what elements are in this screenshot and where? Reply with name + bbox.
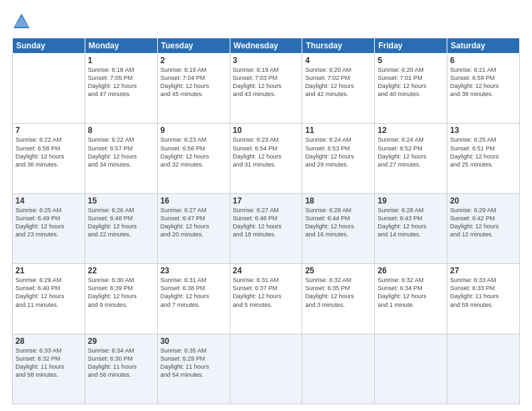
- calendar-day-8: 8Sunrise: 6:22 AM Sunset: 6:57 PM Daylig…: [85, 124, 157, 193]
- calendar-day-3: 3Sunrise: 6:19 AM Sunset: 7:03 PM Daylig…: [230, 54, 302, 124]
- day-info: Sunrise: 6:28 AM Sunset: 6:43 PM Dayligh…: [378, 206, 444, 239]
- day-info: Sunrise: 6:27 AM Sunset: 6:47 PM Dayligh…: [161, 206, 227, 239]
- calendar-day-6: 6Sunrise: 6:21 AM Sunset: 6:59 PM Daylig…: [447, 54, 520, 124]
- calendar-day-18: 18Sunrise: 6:28 AM Sunset: 6:44 PM Dayli…: [302, 193, 375, 263]
- day-number: 25: [305, 266, 371, 275]
- empty-cell: [302, 334, 375, 404]
- day-info: Sunrise: 6:20 AM Sunset: 7:01 PM Dayligh…: [378, 66, 444, 99]
- calendar-day-13: 13Sunrise: 6:25 AM Sunset: 6:51 PM Dayli…: [447, 124, 520, 193]
- day-number: 16: [161, 196, 227, 205]
- day-info: Sunrise: 6:19 AM Sunset: 7:04 PM Dayligh…: [161, 66, 227, 99]
- day-number: 14: [15, 196, 82, 205]
- day-info: Sunrise: 6:26 AM Sunset: 6:48 PM Dayligh…: [88, 206, 154, 239]
- page: SundayMondayTuesdayWednesdayThursdayFrid…: [0, 0, 532, 411]
- day-info: Sunrise: 6:22 AM Sunset: 6:57 PM Dayligh…: [88, 136, 154, 169]
- calendar-day-7: 7Sunrise: 6:22 AM Sunset: 6:58 PM Daylig…: [13, 124, 85, 193]
- calendar-day-16: 16Sunrise: 6:27 AM Sunset: 6:47 PM Dayli…: [157, 193, 230, 263]
- calendar-day-19: 19Sunrise: 6:28 AM Sunset: 6:43 PM Dayli…: [375, 193, 447, 263]
- day-info: Sunrise: 6:21 AM Sunset: 6:59 PM Dayligh…: [450, 66, 517, 99]
- day-number: 2: [161, 56, 227, 65]
- col-header-monday: Monday: [85, 38, 157, 54]
- calendar-week-4: 21Sunrise: 6:29 AM Sunset: 6:40 PM Dayli…: [13, 264, 520, 334]
- calendar-week-5: 28Sunrise: 6:33 AM Sunset: 6:32 PM Dayli…: [13, 334, 520, 404]
- day-number: 11: [305, 126, 371, 135]
- day-info: Sunrise: 6:20 AM Sunset: 7:02 PM Dayligh…: [305, 66, 371, 99]
- calendar-day-28: 28Sunrise: 6:33 AM Sunset: 6:32 PM Dayli…: [13, 334, 85, 404]
- day-number: 26: [378, 266, 444, 275]
- col-header-tuesday: Tuesday: [157, 38, 230, 54]
- day-info: Sunrise: 6:23 AM Sunset: 6:54 PM Dayligh…: [233, 136, 300, 169]
- day-info: Sunrise: 6:27 AM Sunset: 6:46 PM Dayligh…: [233, 206, 300, 239]
- day-number: 20: [450, 196, 517, 205]
- svg-marker-1: [15, 16, 28, 27]
- day-number: 21: [15, 266, 82, 275]
- day-info: Sunrise: 6:35 AM Sunset: 6:29 PM Dayligh…: [161, 347, 227, 379]
- day-number: 19: [378, 196, 444, 205]
- calendar-day-5: 5Sunrise: 6:20 AM Sunset: 7:01 PM Daylig…: [375, 54, 447, 124]
- day-number: 23: [161, 266, 227, 275]
- calendar-day-29: 29Sunrise: 6:34 AM Sunset: 6:30 PM Dayli…: [85, 334, 157, 404]
- day-number: 8: [88, 126, 154, 135]
- empty-cell: [230, 334, 302, 404]
- calendar-day-2: 2Sunrise: 6:19 AM Sunset: 7:04 PM Daylig…: [157, 54, 230, 124]
- day-number: 3: [233, 56, 300, 65]
- day-number: 29: [88, 336, 154, 346]
- day-info: Sunrise: 6:22 AM Sunset: 6:58 PM Dayligh…: [15, 136, 82, 169]
- day-number: 17: [233, 196, 300, 205]
- day-number: 4: [305, 56, 371, 65]
- calendar-day-30: 30Sunrise: 6:35 AM Sunset: 6:29 PM Dayli…: [157, 334, 230, 404]
- calendar-day-1: 1Sunrise: 6:18 AM Sunset: 7:05 PM Daylig…: [85, 54, 157, 124]
- calendar-day-21: 21Sunrise: 6:29 AM Sunset: 6:40 PM Dayli…: [13, 264, 85, 334]
- calendar-day-20: 20Sunrise: 6:29 AM Sunset: 6:42 PM Dayli…: [447, 193, 520, 263]
- empty-cell: [13, 54, 85, 124]
- day-info: Sunrise: 6:25 AM Sunset: 6:51 PM Dayligh…: [450, 136, 517, 169]
- day-number: 24: [233, 266, 300, 275]
- calendar-day-23: 23Sunrise: 6:31 AM Sunset: 6:38 PM Dayli…: [157, 264, 230, 334]
- calendar-day-17: 17Sunrise: 6:27 AM Sunset: 6:46 PM Dayli…: [230, 193, 302, 263]
- calendar-day-22: 22Sunrise: 6:30 AM Sunset: 6:39 PM Dayli…: [85, 264, 157, 334]
- day-number: 30: [161, 336, 227, 346]
- day-info: Sunrise: 6:34 AM Sunset: 6:30 PM Dayligh…: [88, 347, 154, 379]
- day-number: 1: [88, 56, 154, 65]
- calendar-day-4: 4Sunrise: 6:20 AM Sunset: 7:02 PM Daylig…: [302, 54, 375, 124]
- day-number: 6: [450, 56, 517, 65]
- calendar-week-2: 7Sunrise: 6:22 AM Sunset: 6:58 PM Daylig…: [13, 124, 520, 193]
- calendar-week-3: 14Sunrise: 6:25 AM Sunset: 6:49 PM Dayli…: [13, 193, 520, 263]
- logo: [12, 12, 32, 31]
- day-number: 9: [161, 126, 227, 135]
- day-info: Sunrise: 6:24 AM Sunset: 6:53 PM Dayligh…: [305, 136, 371, 169]
- empty-cell: [375, 334, 447, 404]
- calendar-table: SundayMondayTuesdayWednesdayThursdayFrid…: [12, 38, 520, 404]
- calendar-week-1: 1Sunrise: 6:18 AM Sunset: 7:05 PM Daylig…: [13, 54, 520, 124]
- col-header-thursday: Thursday: [302, 38, 375, 54]
- logo-icon: [12, 12, 31, 31]
- day-number: 5: [378, 56, 444, 65]
- day-info: Sunrise: 6:29 AM Sunset: 6:42 PM Dayligh…: [450, 206, 517, 239]
- day-number: 12: [378, 126, 444, 135]
- day-info: Sunrise: 6:33 AM Sunset: 6:33 PM Dayligh…: [450, 276, 517, 309]
- day-number: 7: [15, 126, 82, 135]
- day-info: Sunrise: 6:23 AM Sunset: 6:56 PM Dayligh…: [161, 136, 227, 169]
- calendar-day-24: 24Sunrise: 6:31 AM Sunset: 6:37 PM Dayli…: [230, 264, 302, 334]
- day-info: Sunrise: 6:18 AM Sunset: 7:05 PM Dayligh…: [88, 66, 154, 99]
- day-number: 28: [15, 336, 82, 346]
- day-number: 22: [88, 266, 154, 275]
- day-info: Sunrise: 6:32 AM Sunset: 6:34 PM Dayligh…: [378, 276, 444, 309]
- day-number: 18: [305, 196, 371, 205]
- header: [12, 12, 520, 31]
- day-number: 10: [233, 126, 300, 135]
- day-info: Sunrise: 6:31 AM Sunset: 6:37 PM Dayligh…: [233, 276, 300, 309]
- day-info: Sunrise: 6:28 AM Sunset: 6:44 PM Dayligh…: [305, 206, 371, 239]
- calendar-day-9: 9Sunrise: 6:23 AM Sunset: 6:56 PM Daylig…: [157, 124, 230, 193]
- col-header-saturday: Saturday: [447, 38, 520, 54]
- calendar-day-14: 14Sunrise: 6:25 AM Sunset: 6:49 PM Dayli…: [13, 193, 85, 263]
- col-header-wednesday: Wednesday: [230, 38, 302, 54]
- calendar-day-25: 25Sunrise: 6:32 AM Sunset: 6:35 PM Dayli…: [302, 264, 375, 334]
- calendar-day-11: 11Sunrise: 6:24 AM Sunset: 6:53 PM Dayli…: [302, 124, 375, 193]
- day-info: Sunrise: 6:29 AM Sunset: 6:40 PM Dayligh…: [15, 276, 82, 309]
- day-info: Sunrise: 6:25 AM Sunset: 6:49 PM Dayligh…: [15, 206, 82, 239]
- col-header-sunday: Sunday: [13, 38, 85, 54]
- day-info: Sunrise: 6:31 AM Sunset: 6:38 PM Dayligh…: [161, 276, 227, 309]
- day-info: Sunrise: 6:33 AM Sunset: 6:32 PM Dayligh…: [15, 347, 82, 379]
- calendar-day-12: 12Sunrise: 6:24 AM Sunset: 6:52 PM Dayli…: [375, 124, 447, 193]
